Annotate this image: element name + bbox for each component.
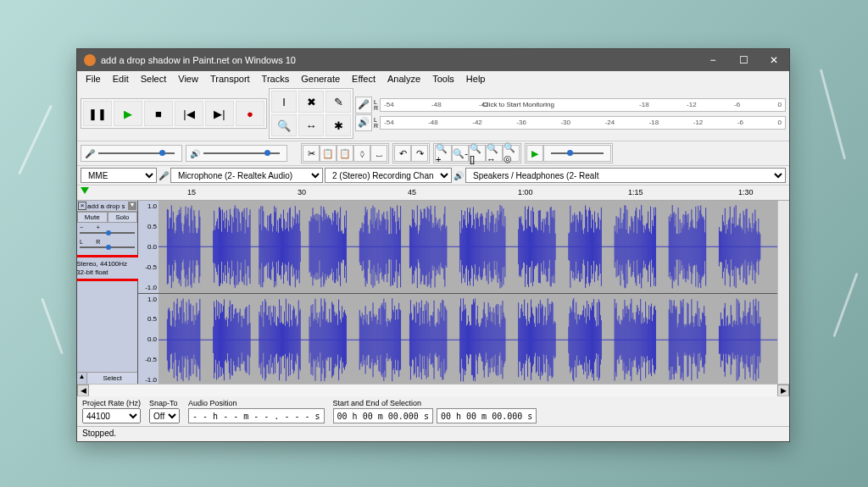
cut-button[interactable]: ✂ [303,145,320,162]
menu-edit[interactable]: Edit [108,73,134,85]
svg-rect-406 [593,233,594,261]
close-button[interactable]: ✕ [759,49,789,71]
waveform-left[interactable] [159,201,777,293]
svg-rect-383 [574,213,575,280]
svg-rect-39 [198,210,199,283]
svg-rect-689 [294,308,295,370]
maximize-button[interactable]: ☐ [728,49,759,71]
svg-rect-167 [335,210,336,283]
svg-rect-458 [649,231,650,262]
timeshift-tool[interactable]: ↔ [298,114,324,136]
svg-rect-478 [679,234,680,259]
track-close-button[interactable]: × [78,202,86,210]
trim-button[interactable]: ⎀ [353,145,370,162]
timeline-ruler[interactable]: 15 30 45 1:00 1:15 1:30 [77,185,789,201]
svg-rect-400 [588,210,589,283]
play-volume-slider[interactable]: 🔊 [186,145,287,162]
svg-rect-1119 [758,301,759,378]
svg-rect-256 [431,206,431,288]
record-button[interactable]: ● [236,101,264,126]
selection-start[interactable]: 00 h 00 m 00.000 s [333,408,433,423]
channels-select[interactable]: 2 (Stereo) Recording Chan [325,168,452,183]
track-select-button[interactable]: Select [87,373,137,384]
svg-rect-392 [581,214,582,279]
menu-generate[interactable]: Generate [296,73,345,85]
audio-position-value[interactable]: - - h - - m - - . - - - s [188,408,325,423]
menu-view[interactable]: View [173,73,203,85]
scroll-left-button[interactable]: ◀ [77,385,89,396]
skip-start-button[interactable]: |◀ [175,101,203,126]
draw-tool[interactable]: ✎ [326,91,351,113]
play-speed-slider[interactable] [543,145,611,162]
svg-rect-401 [589,208,590,286]
svg-rect-670 [278,318,279,361]
gain-slider[interactable]: − + [77,223,137,237]
svg-rect-759 [374,313,375,365]
project-rate-select[interactable]: 44100 [82,408,141,423]
zoom-toggle-button[interactable]: 🔍◎ [503,145,520,162]
svg-rect-1115 [754,306,755,374]
svg-rect-895 [520,308,521,371]
waveform-right[interactable] [159,294,777,385]
svg-rect-284 [466,228,467,266]
solo-button[interactable]: Solo [108,212,138,223]
menu-effect[interactable]: Effect [347,73,381,85]
svg-rect-601 [199,298,200,380]
svg-rect-1050 [687,303,688,375]
svg-rect-916 [538,303,539,375]
snap-select[interactable]: Off [149,408,180,423]
menu-help[interactable]: Help [461,73,491,85]
svg-rect-885 [499,327,500,352]
play-button[interactable]: ▶ [114,101,142,126]
rec-volume-slider[interactable]: 🎤 [81,145,182,162]
menu-transport[interactable]: Transport [205,73,255,85]
skip-end-button[interactable]: ▶| [205,101,234,126]
input-device-select[interactable]: Microphone (2- Realtek Audio) [170,168,323,183]
zoom-tool[interactable]: 🔍 [271,114,297,136]
svg-rect-975 [600,314,601,364]
stop-button[interactable]: ■ [144,101,173,126]
zoom-sel-button[interactable]: 🔍[] [469,145,486,162]
minimize-button[interactable]: − [698,49,728,71]
play-at-speed-button[interactable]: ▶ [526,145,543,162]
svg-rect-501 [698,206,698,288]
menu-file[interactable]: File [81,73,106,85]
svg-rect-696 [300,308,301,370]
horizontal-scrollbar[interactable]: ◀ ▶ [77,384,789,396]
copy-button[interactable]: 📋 [320,145,337,162]
selection-end[interactable]: 00 h 00 m 00.000 s [437,408,537,423]
undo-button[interactable]: ↶ [394,145,411,162]
playback-meter[interactable]: -54-48-42-36-30-24-18-12-60 [380,116,786,130]
pan-slider[interactable]: L R [77,237,137,252]
output-device-select[interactable]: Speakers / Headphones (2- Realt [465,168,786,183]
scroll-right-button[interactable]: ▶ [777,385,789,396]
redo-button[interactable]: ↷ [411,145,428,162]
vertical-scrollbar[interactable] [777,201,789,384]
collapse-button[interactable]: ▲ [77,373,87,384]
svg-rect-173 [340,208,341,286]
audio-host-select[interactable]: MME [81,168,157,183]
svg-rect-827 [438,324,439,355]
track-name[interactable]: add a drop s [87,202,127,210]
svg-rect-685 [291,319,292,359]
envelope-tool[interactable]: ✖ [298,91,324,113]
selection-tool[interactable]: I [271,91,297,113]
record-meter[interactable]: Click to Start Monitoring -54-48-42-18-1… [380,98,786,112]
mute-button[interactable]: Mute [77,212,108,223]
zoom-in-button[interactable]: 🔍+ [435,145,452,162]
menu-tracks[interactable]: Tracks [257,73,295,85]
multi-tool[interactable]: ✱ [326,114,351,136]
menu-select[interactable]: Select [136,73,172,85]
zoom-fit-button[interactable]: 🔍↔ [486,145,503,162]
silence-button[interactable]: ⎵ [370,145,387,162]
titlebar[interactable]: add a drop shadow in Paint.net on Window… [77,49,789,71]
pause-button[interactable]: ❚❚ [83,101,112,126]
svg-rect-1100 [743,318,743,361]
zoom-out-button[interactable]: 🔍- [452,145,469,162]
track-menu-button[interactable]: ▼ [128,202,136,210]
paste-button[interactable]: 📋 [337,145,353,162]
playhead-icon[interactable] [81,187,89,194]
menu-tools[interactable]: Tools [427,73,459,85]
svg-rect-611 [220,313,221,367]
menu-analyze[interactable]: Analyze [382,73,426,85]
